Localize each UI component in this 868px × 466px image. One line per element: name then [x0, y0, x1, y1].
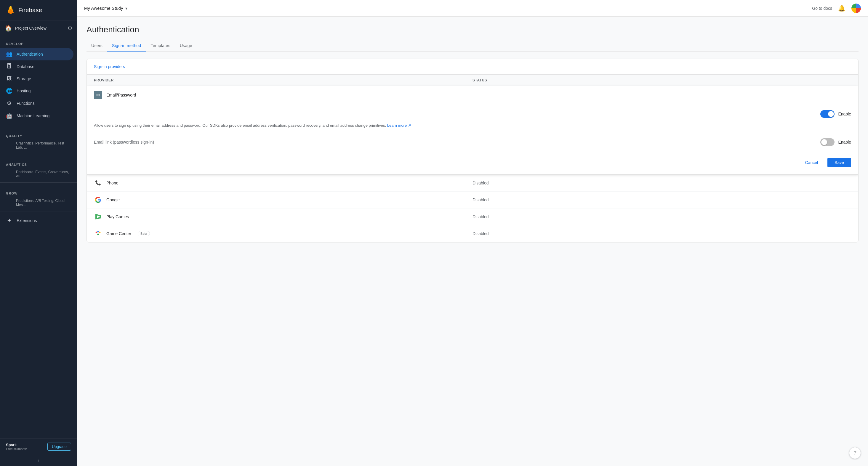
learn-more-link[interactable]: Learn more ↗ [387, 123, 411, 128]
topbar-left: My Awesome Study ▾ [84, 6, 127, 11]
sidebar-item-extensions-label: Extensions [17, 218, 37, 223]
provider-row-google[interactable]: Google Disabled [87, 192, 858, 208]
database-icon: 🗄 [6, 63, 12, 70]
tab-users[interactable]: Users [87, 40, 107, 52]
sidebar-bottom: Spark Free $0/month Upgrade [0, 438, 77, 455]
google-provider-name: Google [106, 197, 120, 202]
phone-icon: 📞 [94, 179, 102, 187]
sidebar-item-authentication-label: Authentication [17, 52, 43, 57]
functions-icon: ⚙ [6, 100, 12, 107]
analytics-section-label: Analytics [0, 157, 77, 169]
phone-status: Disabled [472, 180, 851, 185]
page-title: Authentication [87, 25, 859, 34]
passwordless-label: Email link (passwordless sign-in) [94, 140, 154, 144]
tab-sign-in-method[interactable]: Sign-in method [107, 40, 146, 52]
email-provider-name: Email/Password [106, 93, 136, 97]
sidebar-item-storage[interactable]: 🖼 Storage [0, 72, 73, 85]
column-status-header: Status [472, 78, 851, 82]
provider-left-game-center: Game Center Beta [94, 229, 472, 238]
sidebar-item-extensions[interactable]: ✦ Extensions [0, 214, 73, 227]
notifications-icon[interactable]: 🔔 [838, 5, 845, 12]
topbar-right: Go to docs 🔔 [812, 4, 861, 13]
passwordless-row: Email link (passwordless sign-in) Enable [94, 135, 851, 149]
authentication-icon: 👥 [6, 51, 12, 58]
svg-point-3 [99, 232, 101, 233]
sidebar-item-functions-label: Functions [17, 101, 35, 106]
grow-section-label: Grow [0, 186, 77, 197]
game-center-icon [94, 229, 102, 238]
user-avatar[interactable] [851, 4, 861, 13]
svg-point-1 [96, 232, 97, 233]
save-button[interactable]: Save [828, 158, 851, 167]
home-icon: 🏠 [5, 25, 12, 32]
upgrade-button[interactable]: Upgrade [48, 443, 71, 451]
google-status: Disabled [472, 197, 851, 202]
tab-templates[interactable]: Templates [146, 40, 175, 52]
sidebar-item-functions[interactable]: ⚙ Functions [0, 97, 73, 109]
spark-plan-row: Spark Free $0/month Upgrade [6, 443, 71, 451]
email-enable-toggle[interactable] [820, 110, 835, 118]
email-provider-icon: ✉ [94, 91, 102, 99]
expanded-body: Enable Allow users to sign up using thei… [87, 104, 858, 174]
help-button[interactable]: ? [849, 447, 861, 459]
topbar-dropdown-icon[interactable]: ▾ [125, 6, 127, 11]
sidebar-item-machine-learning[interactable]: 🤖 Machine Learning [0, 109, 73, 122]
sidebar-project-row[interactable]: 🏠 Project Overview ⚙ [0, 21, 77, 36]
hosting-icon: 🌐 [6, 88, 12, 94]
analytics-sub-label: Dashboard, Events, Conversions, Au... [0, 169, 77, 179]
sidebar-logo-text: Firebase [19, 7, 42, 13]
email-header-row[interactable]: ✉ Email/Password [87, 86, 858, 104]
svg-point-4 [97, 234, 99, 235]
topbar: My Awesome Study ▾ Go to docs 🔔 [77, 0, 868, 16]
beta-badge: Beta [138, 231, 150, 236]
sidebar: Firebase 🏠 Project Overview ⚙ Develop 👥 … [0, 0, 77, 466]
sidebar-item-hosting-label: Hosting [17, 89, 31, 93]
providers-section: Sign-in providers Provider Status ✉ Emai… [87, 59, 859, 242]
providers-header: Sign-in providers [87, 59, 858, 75]
provider-row-play-games[interactable]: Play Games Disabled [87, 208, 858, 225]
content-area: Authentication Users Sign-in method Temp… [77, 16, 868, 466]
play-games-provider-name: Play Games [106, 214, 129, 219]
passwordless-enable-label: Enable [838, 140, 851, 144]
provider-left-play-games: Play Games [94, 212, 472, 221]
spark-plan-label: Spark [6, 443, 27, 447]
tabs-bar: Users Sign-in method Templates Usage [87, 40, 859, 52]
game-center-provider-name: Game Center [106, 231, 131, 236]
develop-section-label: Develop [0, 36, 77, 48]
passwordless-toggle[interactable] [820, 138, 835, 146]
providers-table-header: Provider Status [87, 75, 858, 86]
quality-section-label: Quality [0, 128, 77, 140]
main-area: My Awesome Study ▾ Go to docs 🔔 Authenti… [77, 0, 868, 466]
settings-icon[interactable]: ⚙ [67, 25, 72, 31]
sidebar-item-database[interactable]: 🗄 Database [0, 60, 73, 72]
storage-icon: 🖼 [6, 75, 12, 82]
passwordless-right: Enable [820, 138, 851, 146]
enable-toggle-row: Enable [94, 110, 851, 118]
sidebar-collapse-button[interactable]: ‹ [0, 455, 77, 466]
sidebar-item-ml-label: Machine Learning [17, 113, 50, 118]
google-icon [94, 196, 102, 204]
provider-left-phone: 📞 Phone [94, 179, 472, 187]
svg-point-2 [97, 231, 99, 233]
play-games-icon [94, 212, 102, 221]
go-to-docs-link[interactable]: Go to docs [812, 6, 832, 11]
cancel-button[interactable]: Cancel [799, 158, 824, 167]
enable-toggle-label: Enable [838, 111, 851, 116]
email-description: Allow users to sign up using their email… [94, 123, 851, 129]
firebase-logo-icon [6, 5, 16, 15]
email-password-expanded-row: ✉ Email/Password Enable Allow users to s… [87, 86, 858, 175]
quality-sub-label: Crashlytics, Performance, Test Lab, ... [0, 140, 77, 151]
provider-row-phone[interactable]: 📞 Phone Disabled [87, 175, 858, 192]
play-games-status: Disabled [472, 214, 851, 219]
provider-row-game-center[interactable]: Game Center Beta Disabled [87, 225, 858, 242]
game-center-status: Disabled [472, 231, 851, 236]
sidebar-item-authentication[interactable]: 👥 Authentication [0, 48, 73, 60]
provider-left-google: Google [94, 196, 472, 204]
project-overview-label: Project Overview [15, 26, 46, 31]
spark-cost-label: Free $0/month [6, 447, 27, 451]
tab-usage[interactable]: Usage [175, 40, 197, 52]
action-buttons: Cancel Save [94, 154, 851, 168]
sidebar-item-hosting[interactable]: 🌐 Hosting [0, 85, 73, 97]
extensions-icon: ✦ [6, 217, 12, 224]
topbar-project-name: My Awesome Study [84, 6, 123, 11]
